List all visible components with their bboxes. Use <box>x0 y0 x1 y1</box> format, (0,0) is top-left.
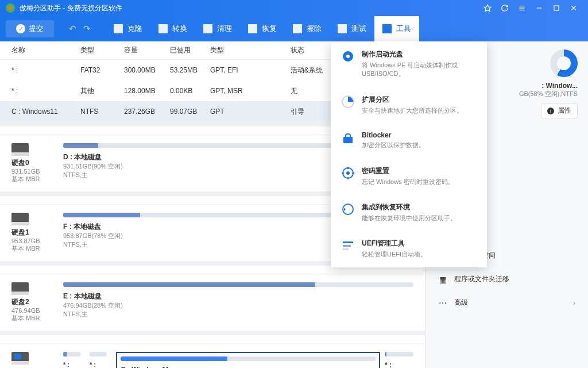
properties-button[interactable]: i属性 <box>541 103 578 118</box>
app-logo <box>6 3 15 13</box>
svg-marker-0 <box>484 5 491 12</box>
op-advanced[interactable]: ⋯高级› <box>436 291 578 315</box>
selected-partition[interactable]: C : Windows11237.26GB(58% 空闲)NTFS,系统,主 <box>116 352 380 368</box>
disk-3[interactable]: 硬盘3238.47GB基本 GPT * :300...FAT... * :...… <box>0 343 425 368</box>
tools-dropdown: 制作启动光盘将 Windows PE 可启动媒体制作成 USB/ISO/CD。 … <box>331 41 487 267</box>
undo-icon[interactable]: ↶ <box>69 24 76 34</box>
minimize-icon[interactable] <box>535 4 543 12</box>
disk-icon <box>11 282 29 295</box>
menu-icon[interactable] <box>518 4 526 12</box>
tools-button[interactable]: 工具 <box>374 16 419 41</box>
disk-2[interactable]: 硬盘2476.94GB基本 MBR E : 本地磁盘476.94GB(28% 空… <box>0 274 425 331</box>
lock-icon <box>341 131 355 145</box>
svg-rect-18 <box>343 248 349 250</box>
dd-uefi[interactable]: UEFI管理工具轻松管理UEFI启动项。 <box>331 231 487 267</box>
toolbar: ✓提交 ↶ ↷ 克隆 转换 清理 恢复 擦除 测试 工具 <box>0 16 588 41</box>
dd-extend[interactable]: 扩展分区安全与快速地扩大您所选择的分区。 <box>331 87 487 123</box>
disc-icon <box>341 49 355 63</box>
redo-icon[interactable]: ↷ <box>83 24 91 34</box>
chevron-right-icon: › <box>573 299 575 307</box>
disk-icon <box>11 213 29 225</box>
title-bar: 傲梅分区助手 - 免费无损分区软件 <box>0 0 588 16</box>
svg-rect-5 <box>554 6 559 10</box>
gear-icon <box>341 166 355 180</box>
recover-icon <box>341 202 355 216</box>
dd-boot-disc[interactable]: 制作启动光盘将 Windows PE 可启动媒体制作成 USB/ISO/CD。 <box>331 41 487 87</box>
clean-button[interactable]: 清理 <box>195 16 240 41</box>
svg-rect-11 <box>343 137 353 143</box>
star-icon[interactable] <box>483 4 492 12</box>
test-button[interactable]: 测试 <box>330 16 374 41</box>
disk-icon <box>11 143 29 156</box>
close-icon[interactable] <box>570 4 578 12</box>
refresh-icon[interactable] <box>501 4 509 12</box>
svg-point-9 <box>346 55 350 58</box>
maximize-icon[interactable] <box>552 4 560 12</box>
disk-icon <box>11 352 29 365</box>
partition-pie-icon <box>550 49 578 77</box>
recover-button[interactable]: 恢复 <box>240 16 285 41</box>
dd-password[interactable]: 密码重置忘记 Windows 密码时重设密码。 <box>331 158 487 194</box>
svg-rect-16 <box>343 241 353 243</box>
clone-button[interactable]: 克隆 <box>106 16 150 41</box>
op-migrate[interactable]: ▦程序或文件夹迁移 <box>436 267 578 291</box>
extend-icon <box>341 95 355 109</box>
more-icon: ⋯ <box>438 298 447 308</box>
migrate-icon: ▦ <box>438 275 447 284</box>
erase-button[interactable]: 擦除 <box>285 16 330 41</box>
convert-button[interactable]: 转换 <box>150 16 195 41</box>
commit-button[interactable]: ✓提交 <box>6 20 54 37</box>
svg-point-14 <box>346 171 350 175</box>
svg-rect-17 <box>343 245 351 247</box>
uefi-icon <box>341 239 355 252</box>
app-title: 傲梅分区助手 - 免费无损分区软件 <box>20 3 122 13</box>
dd-recovery-env[interactable]: 集成到恢复环境能够在恢复环境中使用分区助手。 <box>331 194 487 231</box>
dd-bitlocker[interactable]: Bitlocker加密分区以保护数据。 <box>331 123 487 158</box>
